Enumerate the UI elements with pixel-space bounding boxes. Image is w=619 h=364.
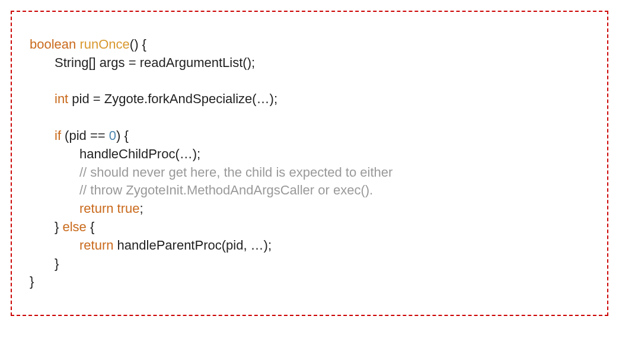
code-text: } xyxy=(55,219,62,234)
blank-line xyxy=(30,72,589,91)
code-line: String[] args = readArgumentList(); xyxy=(30,54,589,72)
keyword-boolean: boolean xyxy=(30,37,76,52)
keyword-else: else xyxy=(62,219,86,234)
code-line: handleChildProc(…); xyxy=(30,145,589,164)
code-text: (pid == xyxy=(61,128,109,143)
code-text: handleChildProc(…); xyxy=(79,146,200,161)
code-line: } xyxy=(30,255,589,273)
code-line: } else { xyxy=(30,218,589,237)
code-text: ) { xyxy=(116,128,129,143)
code-snippet-box: boolean runOnce() { String[] args = read… xyxy=(11,11,608,316)
code-line: // throw ZygoteInit.MethodAndArgsCaller … xyxy=(30,181,589,200)
code-text: String[] args = readArgumentList(); xyxy=(55,55,255,70)
code-text: handleParentProc(pid, …); xyxy=(113,238,272,253)
keyword-if: if xyxy=(55,128,61,143)
code-text: () { xyxy=(130,37,146,52)
code-text: ; xyxy=(140,201,143,216)
code-line: return handleParentProc(pid, …); xyxy=(30,237,589,255)
code-text: } xyxy=(30,274,34,289)
keyword-int: int xyxy=(55,91,68,106)
number-literal: 0 xyxy=(109,128,116,143)
literal-true: true xyxy=(117,201,140,216)
method-name: runOnce xyxy=(79,37,129,52)
comment: // throw ZygoteInit.MethodAndArgsCaller … xyxy=(79,183,373,197)
code-text: pid = Zygote.forkAndSpecialize(…); xyxy=(68,91,277,106)
code-line: int pid = Zygote.forkAndSpecialize(…); xyxy=(30,90,589,108)
code-line: return true; xyxy=(30,200,589,218)
code-text: } xyxy=(55,256,59,271)
code-line: // should never get here, the child is e… xyxy=(30,164,589,182)
code-line: } xyxy=(30,273,589,291)
comment: // should never get here, the child is e… xyxy=(79,165,393,180)
blank-line xyxy=(30,108,589,127)
keyword-return: return xyxy=(79,238,113,253)
code-line: if (pid == 0) { xyxy=(30,127,589,145)
keyword-return: return xyxy=(79,201,113,216)
code-line: boolean runOnce() { xyxy=(30,36,589,54)
code-text: { xyxy=(87,219,94,234)
